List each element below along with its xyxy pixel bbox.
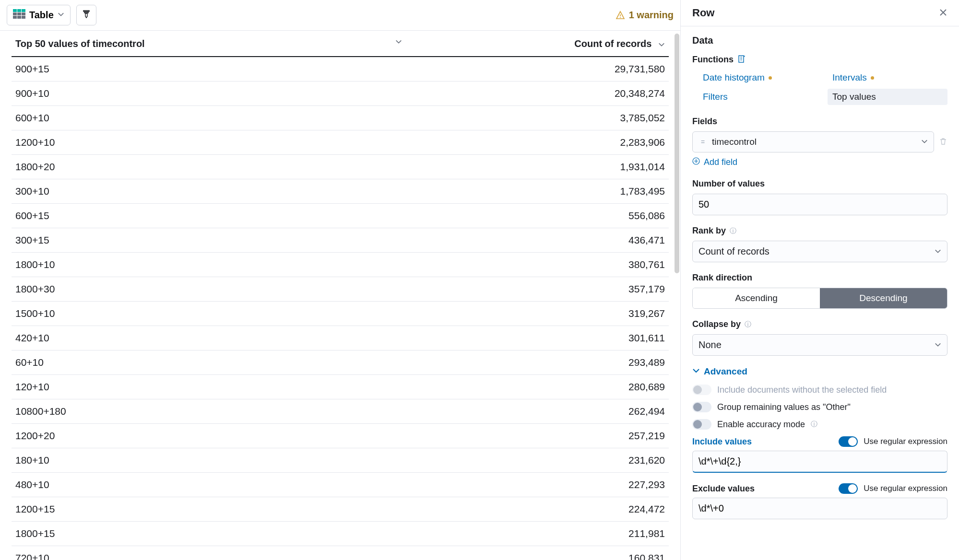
chevron-down-icon	[935, 339, 941, 350]
rank-descending-button[interactable]: Descending	[820, 288, 947, 308]
cell-value: 600+15	[12, 204, 425, 228]
table-row[interactable]: 1200+15224,472	[12, 497, 669, 522]
cell-value: 1200+15	[12, 497, 425, 522]
exclude-regex-toggle[interactable]	[839, 483, 858, 494]
table-row[interactable]: 720+10160,831	[12, 546, 669, 560]
functions-label: Functions	[692, 55, 734, 65]
cell-value: 720+10	[12, 546, 425, 560]
table-row[interactable]: 300+15436,471	[12, 228, 669, 253]
close-button[interactable]	[939, 8, 947, 18]
include-values-input[interactable]	[692, 451, 947, 473]
chevron-down-icon	[58, 11, 64, 19]
table-row[interactable]: 1200+20257,219	[12, 424, 669, 448]
chevron-down-icon	[921, 137, 928, 147]
table-row[interactable]: 1500+10319,267	[12, 302, 669, 326]
table-row[interactable]: 1800+30357,179	[12, 277, 669, 302]
exclude-regex-label: Use regular expression	[864, 484, 947, 493]
field-select[interactable]: = timecontrol	[692, 131, 934, 152]
collapse-by-select[interactable]: None	[692, 334, 947, 356]
include-regex-label: Use regular expression	[864, 437, 947, 446]
chevron-down-icon	[692, 366, 700, 377]
toggle-include-missing	[692, 385, 711, 395]
table-row[interactable]: 1800+15211,981	[12, 522, 669, 546]
exclude-values-input[interactable]	[692, 498, 947, 519]
view-switcher-button[interactable]: Table	[7, 5, 71, 25]
section-data-title: Data	[692, 35, 947, 46]
cell-value: 1800+30	[12, 277, 425, 302]
column-header-count[interactable]: Count of records	[425, 31, 669, 57]
toggle-group-other[interactable]	[692, 402, 711, 412]
svg-rect-1	[17, 9, 21, 12]
cell-count: 20,348,274	[425, 82, 669, 106]
toolbar: Table 1 warning	[0, 0, 680, 31]
view-label: Table	[29, 10, 54, 21]
chevron-down-icon	[395, 38, 402, 45]
warning-text: 1 warning	[629, 10, 674, 21]
exclude-values-title: Exclude values	[692, 484, 833, 494]
function-filters[interactable]: Filters	[698, 89, 818, 105]
rank-ascending-button[interactable]: Ascending	[693, 288, 820, 308]
close-icon	[939, 8, 947, 17]
cell-count: 293,489	[425, 350, 669, 375]
include-regex-toggle[interactable]	[839, 436, 858, 447]
cell-value: 300+15	[12, 228, 425, 253]
table-row[interactable]: 900+1529,731,580	[12, 57, 669, 82]
chevron-down-icon	[935, 246, 941, 257]
column-header-value[interactable]: Top 50 values of timecontrol	[12, 31, 425, 57]
config-sidebar: Row Data Functions Date histogram Interv…	[681, 0, 959, 560]
svg-rect-2	[22, 9, 25, 12]
rank-by-select[interactable]: Count of records	[692, 241, 947, 262]
chevron-down-icon	[658, 41, 665, 48]
function-date-histogram[interactable]: Date histogram	[698, 70, 818, 86]
table-row[interactable]: 180+10231,620	[12, 448, 669, 473]
help-icon[interactable]: ⓘ	[745, 320, 751, 329]
delete-field-button[interactable]	[939, 137, 947, 147]
equals-icon: =	[699, 138, 707, 146]
table-row[interactable]: 1200+102,283,906	[12, 130, 669, 155]
toggle-group-other-label: Group remaining values as "Other"	[717, 402, 851, 412]
table-row[interactable]: 300+101,783,495	[12, 179, 669, 204]
rank-dir-label: Rank direction	[692, 273, 947, 283]
plus-circle-icon	[692, 157, 700, 167]
cell-count: 357,179	[425, 277, 669, 302]
svg-rect-11	[739, 56, 744, 62]
cell-count: 436,471	[425, 228, 669, 253]
table-row[interactable]: 480+10227,293	[12, 473, 669, 497]
table-scroll[interactable]: Top 50 values of timecontrol Count of re…	[0, 31, 680, 560]
function-top-values[interactable]: Top values	[828, 89, 947, 105]
color-palette-button[interactable]	[76, 5, 96, 25]
table-row[interactable]: 600+15556,086	[12, 204, 669, 228]
function-intervals[interactable]: Intervals	[828, 70, 947, 86]
toggle-accuracy-mode-label: Enable accuracy mode	[717, 420, 805, 430]
help-icon[interactable]: ⓘ	[811, 420, 817, 429]
scrollbar[interactable]	[675, 34, 679, 273]
add-field-button[interactable]: Add field	[692, 157, 947, 167]
num-values-input[interactable]	[692, 194, 947, 215]
brush-icon	[82, 9, 91, 21]
table-row[interactable]: 420+10301,611	[12, 326, 669, 350]
cell-value: 300+10	[12, 179, 425, 204]
data-table: Top 50 values of timecontrol Count of re…	[12, 31, 669, 560]
table-row[interactable]: 10800+180262,494	[12, 399, 669, 424]
num-values-label: Number of values	[692, 179, 947, 189]
dot-indicator	[769, 76, 772, 80]
table-row[interactable]: 120+10280,689	[12, 375, 669, 399]
table-row[interactable]: 900+1020,348,274	[12, 82, 669, 106]
table-row[interactable]: 1800+10380,761	[12, 253, 669, 277]
toggle-accuracy-mode[interactable]	[692, 419, 711, 430]
dot-indicator	[871, 76, 874, 80]
advanced-toggle[interactable]: Advanced	[692, 366, 947, 377]
cell-count: 231,620	[425, 448, 669, 473]
table-row[interactable]: 1800+201,931,014	[12, 155, 669, 179]
include-values-title: Include values	[692, 437, 833, 447]
table-row[interactable]: 600+103,785,052	[12, 106, 669, 130]
warning-badge[interactable]: 1 warning	[616, 10, 674, 21]
cell-count: 1,783,495	[425, 179, 669, 204]
fields-label: Fields	[692, 117, 947, 127]
cell-count: 211,981	[425, 522, 669, 546]
doc-popout-icon[interactable]	[737, 55, 746, 65]
help-icon[interactable]: ⓘ	[730, 227, 736, 235]
table-row[interactable]: 60+10293,489	[12, 350, 669, 375]
cell-value: 420+10	[12, 326, 425, 350]
cell-value: 60+10	[12, 350, 425, 375]
